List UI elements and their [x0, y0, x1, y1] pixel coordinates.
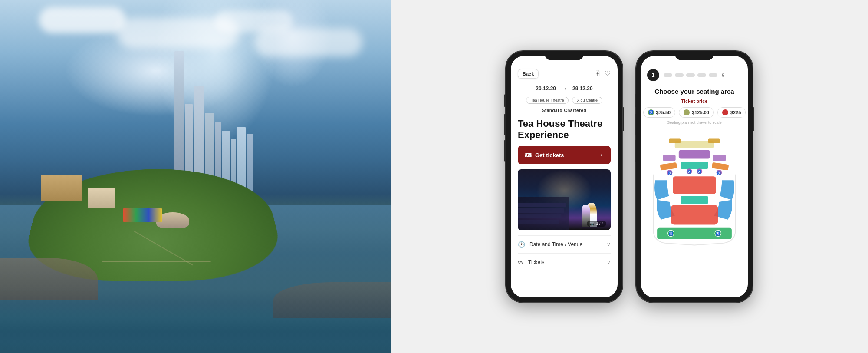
phone-1-screen: Back ⎗ ♡ 20.12.20 → 29.12.20 Tea House T… — [511, 56, 618, 297]
phone-1-mockup: Back ⎗ ♡ 20.12.20 → 29.12.20 Tea House T… — [506, 51, 623, 303]
svg-rect-18 — [681, 196, 708, 204]
phone-2-power-button — [753, 107, 754, 131]
date-arrow-icon: → — [561, 85, 567, 92]
event-accordion: 🕐 Date and Time / Venue ∨ 🎟 Tickets ∨ — [518, 235, 611, 271]
phone-1-volume-up-button — [504, 114, 506, 135]
svg-rect-6 — [681, 162, 708, 168]
svg-text:♿: ♿ — [717, 171, 721, 175]
svg-rect-17 — [673, 176, 716, 194]
phone-1-silent-button — [504, 94, 506, 107]
step-dot-3 — [675, 73, 684, 77]
price-chip-2[interactable]: $125.00 — [679, 107, 714, 118]
price-value-2: $125.00 — [692, 110, 709, 115]
svg-rect-3 — [679, 150, 710, 158]
tag-xiqu: Xiqu Centre — [572, 97, 602, 104]
favorite-icon[interactable]: ♡ — [605, 69, 611, 78]
price-value-1: $75.50 — [656, 110, 671, 115]
price-options: ♿ $75.50 $125.00 $225 — [641, 107, 748, 118]
accordion-tickets[interactable]: 🎟 Tickets ∨ — [518, 253, 611, 271]
step-dot-2 — [664, 73, 672, 77]
svg-text:♿: ♿ — [687, 170, 692, 174]
phone-1-power-button — [623, 107, 624, 131]
date-from: 20.12.20 — [536, 86, 556, 92]
accordion-datetime-left: 🕐 Date and Time / Venue — [518, 241, 582, 248]
seating-plan[interactable]: ♿ ♿ ♿ ♿ — [641, 126, 748, 271]
svg-rect-7 — [660, 162, 677, 170]
svg-rect-19 — [671, 205, 718, 224]
get-tickets-label: Get tickets — [535, 152, 564, 158]
step-dot-5 — [697, 73, 706, 77]
svg-rect-2 — [708, 138, 720, 143]
seating-title: Choose your seating area — [641, 86, 748, 99]
svg-text:♿: ♿ — [668, 171, 672, 175]
phone-1-volume-down-button — [504, 140, 506, 162]
tickets-arrow-icon: → — [597, 151, 604, 159]
phone-2-silent-button — [635, 94, 636, 107]
svg-rect-4 — [663, 155, 676, 161]
date-to: 29.12.20 — [572, 86, 593, 92]
svg-rect-8 — [712, 162, 729, 170]
progress-steps — [664, 73, 717, 77]
svg-text:♿: ♿ — [697, 170, 702, 174]
sponsor-name: Standard Chartered — [511, 106, 618, 115]
event-title: Tea House Theatre Experience — [511, 115, 618, 146]
ticket-icon: 🎟 — [525, 151, 532, 159]
step-6-label: 6 — [722, 73, 724, 78]
share-icon[interactable]: ⎗ — [596, 69, 600, 78]
step-dot-6 — [709, 73, 717, 77]
svg-rect-0 — [675, 141, 714, 148]
phone-2-volume-up-button — [635, 114, 636, 135]
accordion-tickets-label: Tickets — [528, 259, 545, 265]
accordion-tickets-left: 🎟 Tickets — [518, 259, 545, 266]
ticket-price-label: Ticket price — [641, 99, 748, 104]
event-gallery[interactable]: 📷 1 / 4 — [518, 169, 611, 230]
accordion-datetime-label: Date and Time / Venue — [529, 241, 582, 247]
price-chip-3[interactable]: $225 — [717, 107, 746, 118]
phone-2-volume-down-button — [635, 140, 636, 162]
header-action-icons: ⎗ ♡ — [596, 69, 611, 78]
phones-showcase: Back ⎗ ♡ 20.12.20 → 29.12.20 Tea House T… — [391, 0, 868, 353]
svg-rect-5 — [713, 155, 726, 161]
svg-text:♿: ♿ — [716, 231, 720, 236]
step-dot-4 — [686, 73, 695, 77]
phone-2-screen: 1 6 Choose your seating area Ticket pric… — [641, 56, 748, 297]
aerial-photo — [0, 0, 391, 353]
ticket-accordion-icon: 🎟 — [518, 259, 524, 266]
step-1-indicator: 1 — [647, 69, 659, 81]
ticket-button-left: 🎟 Get tickets — [525, 151, 564, 159]
camera-icon: 📷 — [589, 221, 594, 226]
tag-tea-house: Tea House Theatre — [526, 97, 569, 104]
accordion-datetime[interactable]: 🕐 Date and Time / Venue ∨ — [518, 235, 611, 253]
svg-text:♿: ♿ — [669, 231, 674, 236]
price-chip-1[interactable]: ♿ $75.50 — [643, 107, 676, 118]
venue-tags: Tea House Theatre Xiqu Centre — [511, 94, 618, 106]
back-button[interactable]: Back — [518, 69, 539, 79]
svg-rect-1 — [669, 138, 681, 143]
price-dot-3 — [722, 109, 728, 115]
seating-header: 1 6 — [641, 56, 748, 86]
price-value-3: $225 — [730, 110, 741, 115]
price-dot-1: ♿ — [648, 109, 654, 115]
scale-note: Seating plan not drawn to scale — [641, 120, 748, 125]
price-dot-2 — [684, 109, 690, 115]
chevron-down-icon: ∨ — [607, 241, 611, 247]
event-dates: 20.12.20 → 29.12.20 — [511, 83, 618, 94]
phone-2-mockup: 1 6 Choose your seating area Ticket pric… — [636, 51, 753, 303]
chevron-down-icon-2: ∨ — [607, 259, 611, 265]
seating-plan-svg: ♿ ♿ ♿ ♿ — [645, 126, 743, 270]
clock-icon: 🕐 — [518, 241, 525, 248]
phone-2-notch — [675, 51, 714, 60]
get-tickets-button[interactable]: 🎟 Get tickets → — [518, 146, 611, 164]
gallery-counter: 📷 1 / 4 — [587, 221, 606, 227]
phone-1-notch — [545, 51, 584, 60]
